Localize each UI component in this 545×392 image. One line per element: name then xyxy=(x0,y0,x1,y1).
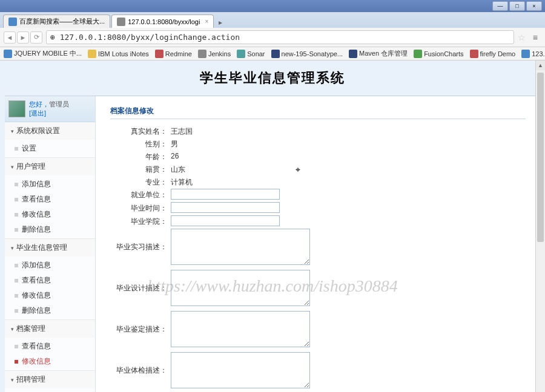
bookmark-star-icon[interactable]: ☆ xyxy=(518,33,526,42)
tab-title: 127.0.0.1:8080/byxx/logi xyxy=(128,18,200,25)
sidebar: 您好，管理员 [退出] 系统权限设置 设置 用户管理 添加信息 查看信息 修改信… xyxy=(5,96,96,392)
reload-button[interactable]: ⟳ xyxy=(30,31,42,44)
menu-item-view[interactable]: 查看信息 xyxy=(5,192,95,207)
menu-item-view[interactable]: 查看信息 xyxy=(5,390,95,392)
browser-menu-icon[interactable]: ≡ xyxy=(529,33,541,42)
scrollbar-thumb[interactable] xyxy=(537,73,544,242)
menu-header-label: 系统权限设置 xyxy=(16,126,60,136)
bookmark-item[interactable]: Maven 仓库管理 xyxy=(349,49,408,58)
menu-item-view[interactable]: 查看信息 xyxy=(5,339,95,354)
browser-tab-0[interactable]: 百度新闻搜索——全球最大... xyxy=(3,15,110,28)
bookmark-icon xyxy=(470,50,478,58)
logout-link[interactable]: [退出] xyxy=(29,109,46,117)
bookmark-icon xyxy=(414,50,422,58)
browser-titlebar: — □ × xyxy=(0,0,545,12)
panel-title: 档案信息修改 xyxy=(110,106,526,119)
label-grad-school: 毕业学院 xyxy=(110,215,171,227)
menu-item-edit[interactable]: 修改信息 xyxy=(5,288,95,303)
close-icon[interactable]: × xyxy=(205,18,208,25)
address-bar: ◄ ► ⟳ ⊕ 127.0.0.1:8080/byxx/loginChange.… xyxy=(0,28,545,47)
maximize-button[interactable]: □ xyxy=(509,1,525,11)
bookmark-label: FusionCharts xyxy=(424,50,463,57)
forward-button[interactable]: ► xyxy=(17,31,29,44)
url-text: 127.0.0.1:8080/byxx/loginChange.action xyxy=(60,33,240,42)
menu-item-add[interactable]: 添加信息 xyxy=(5,258,95,273)
minimize-button[interactable]: — xyxy=(492,1,508,11)
menu-header-label: 招聘管理 xyxy=(16,374,45,385)
menu-header-label: 用户管理 xyxy=(16,162,45,172)
bookmark-icon xyxy=(198,50,206,58)
textarea-physical[interactable] xyxy=(171,352,310,388)
menu-item-add[interactable]: 添加信息 xyxy=(5,177,95,192)
user-box: 您好，管理员 [退出] xyxy=(5,96,95,122)
close-button[interactable]: × xyxy=(526,1,542,11)
label-grad-date: 毕业时间 xyxy=(110,202,171,214)
back-button[interactable]: ◄ xyxy=(4,31,16,44)
bookmark-item[interactable]: Jenkins xyxy=(198,50,231,58)
menu-header-graduate[interactable]: 毕业生信息管理 xyxy=(5,239,95,256)
bookmark-icon xyxy=(521,50,530,58)
avatar xyxy=(8,100,25,117)
input-grad-date[interactable] xyxy=(171,202,280,213)
input-grad-school[interactable] xyxy=(171,215,280,226)
bookmark-item[interactable]: new-195-Sonatype... xyxy=(271,50,343,58)
menu-item-view[interactable]: 查看信息 xyxy=(5,273,95,288)
bookmark-label: Maven 仓库管理 xyxy=(359,49,408,58)
menu-header-user[interactable]: 用户管理 xyxy=(5,158,95,175)
favicon-icon xyxy=(8,18,17,26)
bookmark-icon xyxy=(155,50,164,58)
label-gender: 性别 xyxy=(110,138,171,149)
vertical-scrollbar[interactable]: ▲ ▼ xyxy=(535,60,545,392)
value-age: 26 xyxy=(171,151,179,160)
textarea-review[interactable] xyxy=(171,311,310,347)
bookmark-icon xyxy=(271,50,280,58)
menu-header-system[interactable]: 系统权限设置 xyxy=(5,122,95,140)
value-origin: 山东 xyxy=(171,163,185,175)
label-review: 毕业鉴定描述 xyxy=(110,324,171,335)
label-intern: 毕业实习描述 xyxy=(110,242,171,252)
menu-item-delete[interactable]: 删除信息 xyxy=(5,303,95,318)
bookmark-label: Redmine xyxy=(165,50,192,57)
new-tab-button[interactable]: ▸ xyxy=(215,17,226,28)
bookmark-label: new-195-Sonatype... xyxy=(282,50,343,57)
bookmark-item[interactable]: JQUERY MOBILE 中... xyxy=(4,49,82,58)
menu-item-edit[interactable]: 修改信息 xyxy=(5,207,95,222)
app-title: 学生毕业信息管理系统 xyxy=(0,60,545,96)
label-age: 年龄 xyxy=(110,151,171,162)
bookmark-item[interactable]: IBM Lotus iNotes xyxy=(88,50,149,58)
browser-tab-1[interactable]: 127.0.0.1:8080/byxx/logi × xyxy=(111,15,214,28)
menu-item-delete[interactable]: 删除信息 xyxy=(5,222,95,237)
menu-header-recruit[interactable]: 招聘管理 xyxy=(5,371,95,388)
menu-header-archive[interactable]: 档案管理 xyxy=(5,320,95,338)
value-major: 计算机 xyxy=(171,176,193,188)
textarea-intern[interactable] xyxy=(171,229,310,265)
label-physical: 毕业体检描述 xyxy=(110,365,171,376)
tab-bar: 百度新闻搜索——全球最大... 127.0.0.1:8080/byxx/logi… xyxy=(0,12,545,28)
label-design: 毕业设计描述 xyxy=(110,283,171,293)
url-input[interactable]: ⊕ 127.0.0.1:8080/byxx/loginChange.action xyxy=(46,30,514,44)
textarea-design[interactable] xyxy=(171,270,310,306)
value-gender: 男 xyxy=(171,138,178,149)
input-employer[interactable] xyxy=(171,189,280,200)
bookmark-item[interactable]: Redmine xyxy=(155,50,192,58)
tab-title: 百度新闻搜索——全球最大... xyxy=(19,17,105,26)
label-employer: 就业单位 xyxy=(110,189,171,200)
menu-item-edit[interactable]: 修改信息 xyxy=(5,354,95,369)
bookmark-icon xyxy=(349,50,357,58)
bookmark-item[interactable]: 123.127.237.189... xyxy=(521,50,545,58)
scroll-up-button[interactable]: ▲ xyxy=(536,60,545,70)
bookmark-item[interactable]: firefly Demo xyxy=(470,50,516,58)
main-panel: 档案信息修改 真实姓名王志国 性别男 年龄26 籍贯山东 专业计算机 就业单位 … xyxy=(96,96,540,392)
bookmark-item[interactable]: FusionCharts xyxy=(414,50,463,58)
bookmarks-bar: JQUERY MOBILE 中... IBM Lotus iNotes Redm… xyxy=(0,47,545,60)
menu-item-settings[interactable]: 设置 xyxy=(5,141,95,156)
menu-header-label: 档案管理 xyxy=(16,324,45,334)
bookmark-label: Jenkins xyxy=(208,50,231,57)
menu-header-label: 毕业生信息管理 xyxy=(16,243,67,253)
bookmark-label: JQUERY MOBILE 中... xyxy=(14,49,82,58)
bookmark-item[interactable]: Sonar xyxy=(237,50,265,58)
greeting-text: 您好， xyxy=(29,100,49,108)
bookmark-label: Sonar xyxy=(247,50,265,57)
bookmark-label: 123.127.237.189... xyxy=(532,50,545,57)
favicon-icon xyxy=(117,18,125,26)
